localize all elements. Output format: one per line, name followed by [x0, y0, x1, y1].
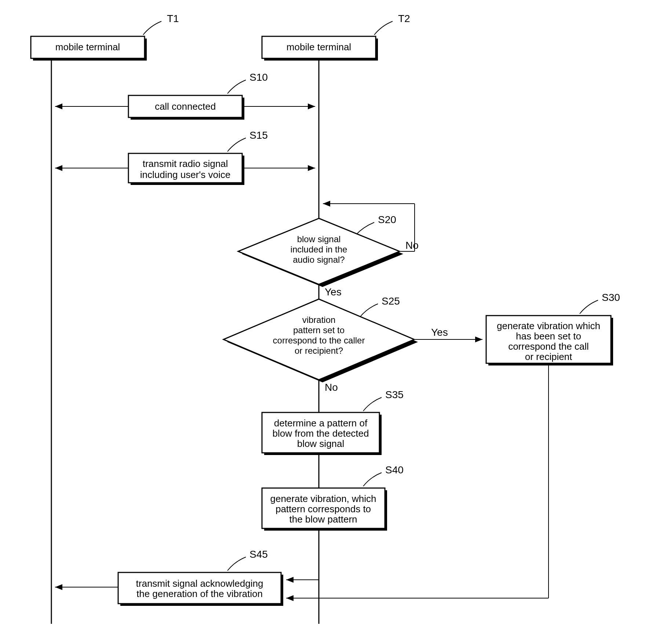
box-s45: transmit signal acknowledging the genera…: [118, 572, 283, 606]
svg-text:mobile terminal: mobile terminal: [55, 41, 120, 52]
diamond-s20: blow signal included in the audio signal…: [238, 218, 403, 287]
box-t2: mobile terminal: [262, 36, 378, 61]
svg-text:has been set to: has been set to: [516, 331, 581, 342]
svg-text:blow from the detected: blow from the detected: [272, 428, 369, 439]
svg-text:pattern corresponds to: pattern corresponds to: [276, 503, 371, 514]
svg-text:generate vibration which: generate vibration which: [497, 320, 600, 331]
label-t1: T1: [167, 13, 179, 24]
label-s45: S45: [249, 549, 268, 560]
box-s40: generate vibration, which pattern corres…: [262, 488, 387, 531]
diamond-s25: vibration pattern set to correspond to t…: [223, 299, 418, 382]
branch-s20-no: No: [405, 240, 419, 251]
label-t2: T2: [398, 13, 410, 24]
label-s20: S20: [378, 214, 396, 225]
branch-s25-yes: Yes: [431, 327, 448, 338]
svg-text:correspond to the caller: correspond to the caller: [273, 335, 365, 345]
label-s25: S25: [382, 295, 400, 307]
svg-text:including user's voice: including user's voice: [140, 169, 230, 180]
svg-text:blow signal: blow signal: [297, 234, 341, 244]
svg-text:correspond the call: correspond the call: [508, 341, 589, 352]
svg-text:or recipient?: or recipient?: [295, 346, 343, 356]
box-s35: determine a pattern of blow from the det…: [262, 412, 382, 455]
svg-text:mobile terminal: mobile terminal: [287, 41, 351, 52]
svg-text:the generation of the vibratio: the generation of the vibration: [136, 588, 263, 599]
box-s15: transmit radio signal including user's v…: [128, 153, 244, 185]
label-s35: S35: [385, 389, 404, 400]
label-s30: S30: [602, 292, 620, 303]
svg-text:audio signal?: audio signal?: [293, 255, 345, 265]
svg-text:generate vibration, which: generate vibration, which: [270, 493, 376, 504]
box-s10: call connected: [128, 95, 244, 120]
svg-text:transmit signal acknowledging: transmit signal acknowledging: [136, 578, 263, 589]
box-s30: generate vibration which has been set to…: [486, 316, 613, 365]
svg-text:determine a pattern of: determine a pattern of: [274, 418, 368, 429]
svg-text:call connected: call connected: [155, 101, 216, 112]
label-s40: S40: [385, 464, 404, 476]
label-s10: S10: [249, 72, 268, 83]
box-t1: mobile terminal: [31, 36, 147, 61]
svg-text:included in the: included in the: [291, 244, 347, 254]
svg-text:pattern set to: pattern set to: [293, 325, 345, 335]
svg-text:vibration: vibration: [302, 315, 336, 325]
branch-s20-yes: Yes: [325, 286, 342, 298]
svg-text:transmit radio signal: transmit radio signal: [143, 158, 228, 169]
branch-s25-no: No: [325, 382, 338, 393]
svg-text:or recipient: or recipient: [525, 351, 572, 362]
label-s15: S15: [249, 130, 268, 141]
svg-text:the blow pattern: the blow pattern: [289, 514, 357, 525]
svg-text:blow signal: blow signal: [297, 438, 345, 449]
